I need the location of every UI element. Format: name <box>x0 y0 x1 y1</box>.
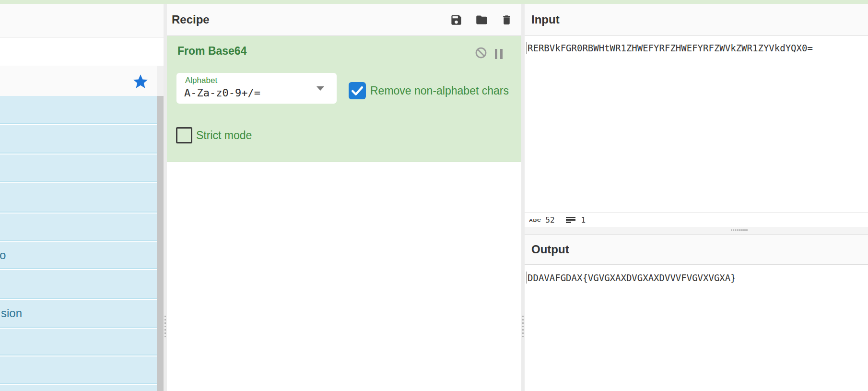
operation-list-item[interactable] <box>0 154 164 182</box>
splitter-drag-handle[interactable] <box>522 316 524 337</box>
recipe-toolbar <box>450 4 513 36</box>
operation-list-item[interactable] <box>0 96 164 124</box>
folder-icon[interactable] <box>475 13 488 26</box>
operation-list-item[interactable] <box>0 125 164 154</box>
star-icon[interactable] <box>132 73 149 90</box>
output-text: DDAVAFGDAX{VGVGXAXDVGXAXDVVVFVGVXVGXA} <box>528 273 736 283</box>
operation-label: sion <box>0 307 22 320</box>
char-count-value: 52 <box>545 215 554 225</box>
remove-non-alphabet-label[interactable]: Remove non-alphabet chars <box>370 82 509 99</box>
line-count-icon <box>566 217 575 224</box>
input-title: Input <box>531 13 560 26</box>
output-title: Output <box>531 243 569 256</box>
operation-name: From Base64 <box>177 45 246 58</box>
operation-list-item[interactable] <box>0 213 164 241</box>
trash-icon[interactable] <box>501 13 513 26</box>
operations-sidebar: o sion <box>0 4 164 391</box>
operation-list-item[interactable]: o <box>0 242 164 269</box>
input-output-splitter[interactable] <box>525 227 868 234</box>
alphabet-value: A-Za-z0-9+/= <box>184 87 260 99</box>
char-count-icon: ABC <box>529 217 541 222</box>
input-status-bar: ABC 52 1 <box>525 213 868 227</box>
splitter-drag-handle[interactable] <box>731 229 748 231</box>
recipe-panel: Recipe From Base64 Alphabe <box>167 4 521 391</box>
recipe-title: Recipe <box>172 13 210 26</box>
operation-list-item[interactable] <box>0 270 164 299</box>
app-top-strip <box>0 0 868 4</box>
strict-mode-label[interactable]: Strict mode <box>196 127 252 143</box>
operation-list-item[interactable] <box>0 183 164 213</box>
strict-mode-checkbox[interactable] <box>176 127 192 143</box>
splitter-drag-handle[interactable] <box>164 316 166 337</box>
operation-list-item[interactable]: sion <box>0 300 164 328</box>
sidebar-scrollbar-thumb[interactable] <box>157 96 164 391</box>
operation-list-item[interactable] <box>0 356 164 384</box>
operation-list-item[interactable] <box>0 385 164 391</box>
input-textarea[interactable]: RERBVkFGR0RBWHtWR1ZHWEFYRFZHWEFYRFZWVkZW… <box>525 36 868 213</box>
operation-label: o <box>0 249 6 262</box>
alphabet-label: Alphabet <box>185 76 217 85</box>
output-textarea[interactable]: DDAVAFGDAX{VGVGXAXDVGXAXDVVVFVGVXVGXA} <box>525 265 868 391</box>
operation-list-item[interactable] <box>0 329 164 355</box>
io-panel: Input RERBVkFGR0RBWHtWR1ZHWEFYRFZHWEFYRF… <box>525 4 868 391</box>
operation-from-base64[interactable]: From Base64 Alphabet A-Za-z0-9+/= Remove… <box>167 36 521 162</box>
cyberchef-app: o sion Recipe <box>0 0 868 391</box>
disable-icon[interactable] <box>475 47 487 59</box>
recipe-io-splitter[interactable] <box>521 4 525 391</box>
check-icon <box>349 82 366 99</box>
output-header: Output <box>525 234 868 265</box>
text-cursor <box>527 272 527 284</box>
alphabet-select[interactable]: Alphabet A-Za-z0-9+/= <box>176 73 337 104</box>
sidebar-recipe-splitter[interactable] <box>164 4 167 391</box>
text-cursor <box>527 42 527 54</box>
operations-search-area <box>0 4 164 37</box>
save-icon[interactable] <box>450 13 463 26</box>
pause-icon[interactable] <box>495 49 503 59</box>
chevron-down-icon <box>317 86 324 91</box>
favourites-header[interactable] <box>0 66 164 96</box>
operations-blank-area <box>0 37 164 66</box>
remove-non-alphabet-checkbox[interactable] <box>349 82 366 99</box>
input-header: Input <box>525 4 868 36</box>
input-text: RERBVkFGR0RBWHtWR1ZHWEFYRFZHWEFYRFZWVkZW… <box>528 43 813 53</box>
recipe-header: Recipe <box>167 4 521 36</box>
line-count-value: 1 <box>581 215 586 225</box>
